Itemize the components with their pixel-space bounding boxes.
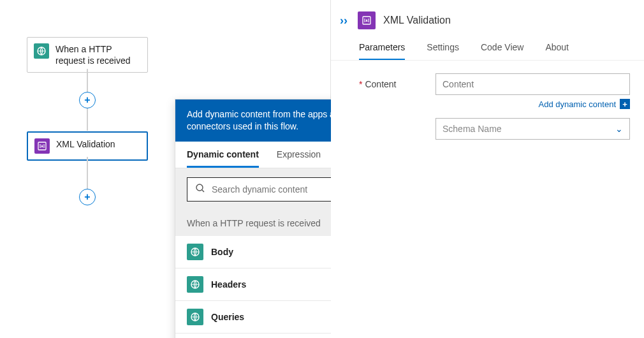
tab-expression[interactable]: Expression: [277, 142, 321, 168]
http-icon: [187, 244, 203, 260]
tab-dynamic-content[interactable]: Dynamic content: [187, 142, 259, 168]
schema-field-row: Schema Name ⌄: [359, 118, 630, 140]
add-dynamic-content-link[interactable]: Add dynamic content: [539, 99, 616, 109]
dc-item-label: Headers: [211, 279, 246, 290]
tab-code-view[interactable]: Code View: [481, 36, 523, 60]
add-dynamic-content-row: Add dynamic content +: [359, 99, 630, 109]
panel-header: ›› XML Validation: [331, 0, 644, 36]
dc-group-label: When a HTTP request is received: [187, 218, 321, 228]
required-mark: *: [359, 79, 362, 89]
schema-name-select[interactable]: Schema Name ⌄: [435, 118, 630, 140]
http-icon: [34, 43, 49, 59]
content-input[interactable]: [435, 73, 630, 95]
trigger-node[interactable]: When a HTTP request is received: [27, 37, 148, 73]
tab-about[interactable]: About: [545, 36, 569, 60]
action-details-panel: ›› XML Validation Parameters Settings Co…: [331, 0, 644, 338]
add-step-end-button[interactable]: +: [79, 189, 96, 205]
xml-icon: [358, 11, 376, 29]
http-icon: [187, 276, 203, 293]
content-field-label: * Content: [359, 79, 435, 89]
svg-point-2: [196, 184, 203, 191]
add-step-between-button[interactable]: +: [79, 92, 96, 108]
schema-select-placeholder: Schema Name: [443, 124, 502, 134]
dc-item-label: Body: [211, 247, 233, 257]
dc-item-label: Queries: [211, 312, 244, 322]
panel-title: XML Validation: [383, 15, 451, 26]
svg-line-3: [202, 190, 204, 192]
connector-line-2: [87, 157, 88, 189]
tab-parameters[interactable]: Parameters: [359, 36, 405, 60]
search-icon: [195, 183, 205, 196]
content-field-row: * Content: [359, 73, 630, 95]
panel-tabs: Parameters Settings Code View About: [331, 36, 644, 61]
panel-body: * Content Add dynamic content + Schema N…: [331, 61, 644, 140]
collapse-panel-button[interactable]: ››: [340, 14, 350, 27]
xml-icon: [34, 138, 50, 154]
http-icon: [187, 309, 203, 325]
action-label: XML Validation: [56, 138, 115, 150]
tab-settings[interactable]: Settings: [427, 36, 459, 60]
add-dynamic-content-plus-button[interactable]: +: [620, 99, 630, 109]
trigger-label: When a HTTP request is received: [55, 43, 141, 66]
chevron-down-icon: ⌄: [615, 124, 623, 134]
